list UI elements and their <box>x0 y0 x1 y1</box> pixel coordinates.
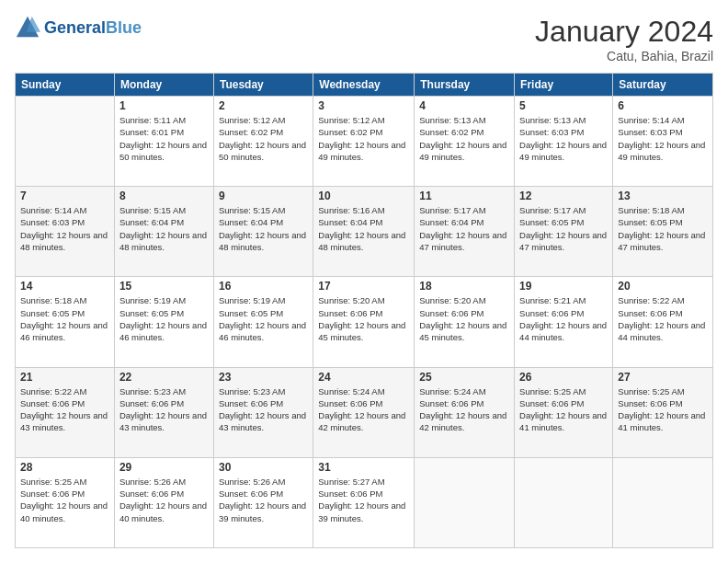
calendar-cell: 27Sunrise: 5:25 AM Sunset: 6:06 PM Dayli… <box>613 367 713 457</box>
day-number: 11 <box>419 190 509 202</box>
day-info: Sunrise: 5:12 AM Sunset: 6:02 PM Dayligh… <box>318 114 409 163</box>
calendar-week-row: 21Sunrise: 5:22 AM Sunset: 6:06 PM Dayli… <box>16 367 713 457</box>
calendar-cell: 2Sunrise: 5:12 AM Sunset: 6:02 PM Daylig… <box>213 97 313 187</box>
day-info: Sunrise: 5:15 AM Sunset: 6:04 PM Dayligh… <box>119 204 209 253</box>
weekday-header: Friday <box>515 74 613 97</box>
weekday-header: Sunday <box>16 74 115 97</box>
page: GeneralBlue January 2024 Catu, Bahia, Br… <box>0 0 728 563</box>
month-title: January 2024 <box>535 15 713 49</box>
calendar-week-row: 28Sunrise: 5:25 AM Sunset: 6:06 PM Dayli… <box>16 457 713 547</box>
day-info: Sunrise: 5:25 AM Sunset: 6:06 PM Dayligh… <box>618 385 708 434</box>
day-number: 16 <box>219 280 308 293</box>
day-info: Sunrise: 5:24 AM Sunset: 6:06 PM Dayligh… <box>419 385 509 434</box>
day-number: 24 <box>318 371 409 384</box>
calendar-cell: 9Sunrise: 5:15 AM Sunset: 6:04 PM Daylig… <box>213 187 313 277</box>
day-number: 25 <box>419 371 509 384</box>
header: GeneralBlue January 2024 Catu, Bahia, Br… <box>15 15 713 63</box>
weekday-header: Wednesday <box>313 74 415 97</box>
calendar-cell: 19Sunrise: 5:21 AM Sunset: 6:06 PM Dayli… <box>515 277 613 367</box>
day-info: Sunrise: 5:25 AM Sunset: 6:06 PM Dayligh… <box>20 476 109 524</box>
calendar-cell: 31Sunrise: 5:27 AM Sunset: 6:06 PM Dayli… <box>313 457 415 547</box>
weekday-header: Thursday <box>415 74 515 97</box>
calendar-cell: 8Sunrise: 5:15 AM Sunset: 6:04 PM Daylig… <box>114 187 213 277</box>
day-info: Sunrise: 5:11 AM Sunset: 6:01 PM Dayligh… <box>119 114 209 163</box>
calendar-cell: 14Sunrise: 5:18 AM Sunset: 6:05 PM Dayli… <box>16 277 115 367</box>
calendar-cell: 30Sunrise: 5:26 AM Sunset: 6:06 PM Dayli… <box>213 457 313 547</box>
calendar-cell: 17Sunrise: 5:20 AM Sunset: 6:06 PM Dayli… <box>313 277 415 367</box>
day-info: Sunrise: 5:21 AM Sunset: 6:06 PM Dayligh… <box>519 294 608 343</box>
day-number: 18 <box>419 280 509 293</box>
day-number: 26 <box>519 371 608 384</box>
calendar-cell: 25Sunrise: 5:24 AM Sunset: 6:06 PM Dayli… <box>415 367 515 457</box>
day-info: Sunrise: 5:18 AM Sunset: 6:05 PM Dayligh… <box>20 294 109 343</box>
calendar-header-row: SundayMondayTuesdayWednesdayThursdayFrid… <box>16 74 713 97</box>
day-info: Sunrise: 5:17 AM Sunset: 6:04 PM Dayligh… <box>419 204 509 253</box>
calendar-cell: 26Sunrise: 5:25 AM Sunset: 6:06 PM Dayli… <box>515 367 613 457</box>
calendar-cell: 13Sunrise: 5:18 AM Sunset: 6:05 PM Dayli… <box>613 187 713 277</box>
day-info: Sunrise: 5:13 AM Sunset: 6:02 PM Dayligh… <box>419 114 509 163</box>
calendar-cell: 3Sunrise: 5:12 AM Sunset: 6:02 PM Daylig… <box>313 97 415 187</box>
calendar-cell <box>515 457 613 547</box>
day-number: 5 <box>519 99 608 112</box>
day-info: Sunrise: 5:19 AM Sunset: 6:05 PM Dayligh… <box>219 294 308 343</box>
day-number: 1 <box>119 99 209 112</box>
calendar-cell: 5Sunrise: 5:13 AM Sunset: 6:03 PM Daylig… <box>515 97 613 187</box>
day-info: Sunrise: 5:14 AM Sunset: 6:03 PM Dayligh… <box>618 114 708 163</box>
day-number: 22 <box>119 371 209 384</box>
day-info: Sunrise: 5:22 AM Sunset: 6:06 PM Dayligh… <box>20 385 109 434</box>
calendar-cell <box>415 457 515 547</box>
day-number: 31 <box>318 461 409 474</box>
day-info: Sunrise: 5:22 AM Sunset: 6:06 PM Dayligh… <box>618 294 708 343</box>
day-number: 28 <box>20 461 109 474</box>
day-info: Sunrise: 5:20 AM Sunset: 6:06 PM Dayligh… <box>419 294 509 343</box>
day-info: Sunrise: 5:23 AM Sunset: 6:06 PM Dayligh… <box>219 385 308 434</box>
calendar-cell: 23Sunrise: 5:23 AM Sunset: 6:06 PM Dayli… <box>213 367 313 457</box>
day-info: Sunrise: 5:19 AM Sunset: 6:05 PM Dayligh… <box>119 294 209 343</box>
calendar-cell: 10Sunrise: 5:16 AM Sunset: 6:04 PM Dayli… <box>313 187 415 277</box>
weekday-header: Monday <box>114 74 213 97</box>
day-info: Sunrise: 5:25 AM Sunset: 6:06 PM Dayligh… <box>519 385 608 434</box>
calendar-week-row: 1Sunrise: 5:11 AM Sunset: 6:01 PM Daylig… <box>16 97 713 187</box>
day-number: 30 <box>219 461 308 474</box>
day-info: Sunrise: 5:15 AM Sunset: 6:04 PM Dayligh… <box>219 204 308 253</box>
day-number: 29 <box>119 461 209 474</box>
day-number: 20 <box>618 280 708 293</box>
calendar-cell: 29Sunrise: 5:26 AM Sunset: 6:06 PM Dayli… <box>114 457 213 547</box>
weekday-header: Saturday <box>613 74 713 97</box>
calendar-cell: 22Sunrise: 5:23 AM Sunset: 6:06 PM Dayli… <box>114 367 213 457</box>
day-number: 9 <box>219 190 308 202</box>
day-number: 15 <box>119 280 209 293</box>
calendar-cell: 18Sunrise: 5:20 AM Sunset: 6:06 PM Dayli… <box>415 277 515 367</box>
day-info: Sunrise: 5:18 AM Sunset: 6:05 PM Dayligh… <box>618 204 708 253</box>
day-info: Sunrise: 5:14 AM Sunset: 6:03 PM Dayligh… <box>20 204 109 253</box>
logo-blue: Blue <box>106 18 142 37</box>
day-number: 27 <box>618 371 708 384</box>
calendar-cell: 1Sunrise: 5:11 AM Sunset: 6:01 PM Daylig… <box>114 97 213 187</box>
calendar-cell: 21Sunrise: 5:22 AM Sunset: 6:06 PM Dayli… <box>16 367 115 457</box>
calendar-cell <box>613 457 713 547</box>
day-info: Sunrise: 5:23 AM Sunset: 6:06 PM Dayligh… <box>119 385 209 434</box>
day-number: 12 <box>519 190 608 202</box>
day-number: 6 <box>618 99 708 112</box>
day-number: 13 <box>618 190 708 202</box>
calendar-cell: 20Sunrise: 5:22 AM Sunset: 6:06 PM Dayli… <box>613 277 713 367</box>
day-info: Sunrise: 5:26 AM Sunset: 6:06 PM Dayligh… <box>219 476 308 524</box>
day-info: Sunrise: 5:20 AM Sunset: 6:06 PM Dayligh… <box>318 294 409 343</box>
subtitle: Catu, Bahia, Brazil <box>535 49 713 63</box>
day-info: Sunrise: 5:13 AM Sunset: 6:03 PM Dayligh… <box>519 114 608 163</box>
logo-icon <box>15 15 40 40</box>
calendar-cell: 15Sunrise: 5:19 AM Sunset: 6:05 PM Dayli… <box>114 277 213 367</box>
day-number: 10 <box>318 190 409 202</box>
title-block: January 2024 Catu, Bahia, Brazil <box>535 15 713 63</box>
calendar-cell: 16Sunrise: 5:19 AM Sunset: 6:05 PM Dayli… <box>213 277 313 367</box>
day-number: 17 <box>318 280 409 293</box>
day-info: Sunrise: 5:26 AM Sunset: 6:06 PM Dayligh… <box>119 476 209 524</box>
day-number: 8 <box>119 190 209 202</box>
calendar: SundayMondayTuesdayWednesdayThursdayFrid… <box>15 73 713 548</box>
calendar-week-row: 14Sunrise: 5:18 AM Sunset: 6:05 PM Dayli… <box>16 277 713 367</box>
calendar-cell: 28Sunrise: 5:25 AM Sunset: 6:06 PM Dayli… <box>16 457 115 547</box>
calendar-week-row: 7Sunrise: 5:14 AM Sunset: 6:03 PM Daylig… <box>16 187 713 277</box>
day-info: Sunrise: 5:24 AM Sunset: 6:06 PM Dayligh… <box>318 385 409 434</box>
day-number: 2 <box>219 99 308 112</box>
day-number: 7 <box>20 190 109 202</box>
